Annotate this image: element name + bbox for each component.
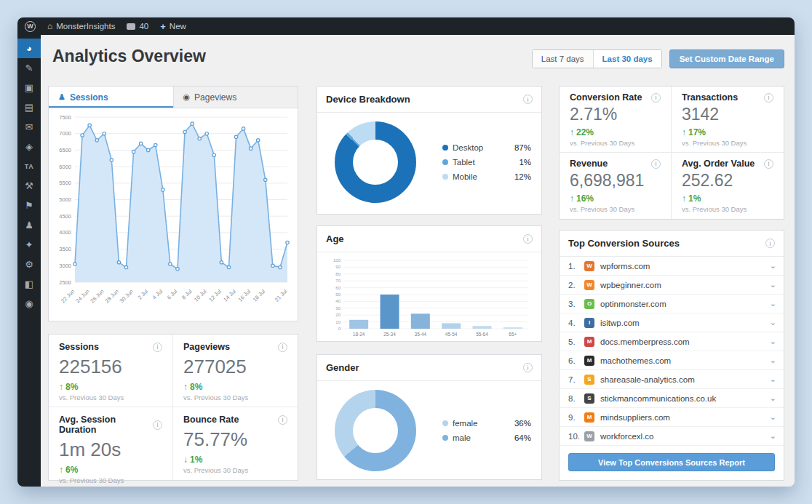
source-rank: 10. bbox=[568, 432, 584, 441]
source-row[interactable]: 9.Mmindsuppliers.com⌄ bbox=[560, 408, 784, 427]
source-rank: 5. bbox=[568, 337, 584, 346]
stat-title: Avg. Order Value bbox=[682, 159, 755, 169]
chevron-down-icon[interactable]: ⌄ bbox=[770, 299, 776, 308]
source-rank: 1. bbox=[568, 262, 584, 271]
info-icon[interactable]: i bbox=[523, 363, 533, 372]
sidebar-item-comments[interactable]: ✉ bbox=[17, 117, 41, 137]
info-icon[interactable]: i bbox=[153, 420, 162, 430]
sidebar-item-media[interactable]: ▣ bbox=[17, 78, 41, 97]
sidebar-item-monsterinsights[interactable]: ◕ bbox=[17, 39, 41, 58]
panel-title: Age bbox=[326, 233, 344, 244]
video-play-icon: ◉ bbox=[25, 298, 33, 309]
chevron-down-icon[interactable]: ⌄ bbox=[770, 412, 776, 422]
info-icon[interactable]: i bbox=[523, 234, 533, 244]
source-row[interactable]: 7.Sshareasale-analytics.com⌄ bbox=[560, 370, 784, 389]
sidebar-item-memberships[interactable]: ◧ bbox=[17, 274, 41, 294]
site-menu[interactable]: ⌂ MonsterInsights bbox=[47, 21, 115, 31]
chevron-down-icon[interactable]: ⌄ bbox=[770, 375, 776, 384]
panel-title: Top Conversion Sources bbox=[568, 238, 680, 249]
chevron-down-icon[interactable]: ⌄ bbox=[770, 393, 776, 403]
svg-text:14 Jul: 14 Jul bbox=[222, 288, 237, 303]
svg-text:4500: 4500 bbox=[59, 213, 71, 220]
svg-text:6000: 6000 bbox=[59, 164, 71, 170]
source-row[interactable]: 4.Iisitwp.com⌄ bbox=[560, 313, 784, 332]
last-30-days-button[interactable]: Last 30 days bbox=[593, 50, 661, 68]
tab-pageviews[interactable]: ◉ Pageviews bbox=[174, 87, 298, 108]
info-icon[interactable]: i bbox=[651, 159, 661, 169]
sidebar-item-video-play[interactable]: ◉ bbox=[17, 294, 41, 313]
info-icon[interactable]: i bbox=[523, 95, 533, 104]
info-icon[interactable]: i bbox=[764, 93, 773, 103]
site-favicon-icon: S bbox=[584, 393, 594, 404]
chevron-down-icon[interactable]: ⌄ bbox=[770, 318, 776, 327]
tools-hammer-icon: ⚒ bbox=[25, 180, 33, 191]
wordpress-logo-icon[interactable]: W bbox=[25, 21, 36, 32]
source-domain: isitwp.com bbox=[600, 319, 770, 327]
stat-compare: vs. Previous 30 Days bbox=[59, 393, 162, 401]
legend-value: 36% bbox=[514, 419, 531, 428]
svg-text:80: 80 bbox=[335, 272, 341, 276]
sidebar-item-downloads[interactable]: ◈ bbox=[17, 137, 41, 156]
stat-card-sessions: Sessionsi 225156 ↑8% vs. Previous 30 Day… bbox=[49, 335, 173, 407]
main-content: Analytics Overview Last 7 days Last 30 d… bbox=[41, 35, 795, 487]
chevron-down-icon[interactable]: ⌄ bbox=[770, 431, 776, 441]
sidebar-item-settings-gear[interactable]: ⚙ bbox=[17, 255, 41, 274]
source-row[interactable]: 5.Mdocs.memberpress.com⌄ bbox=[560, 332, 784, 351]
stat-title: Avg. Session Duration bbox=[59, 415, 153, 435]
stat-value: 225156 bbox=[59, 356, 162, 378]
comments-menu[interactable]: 40 bbox=[127, 22, 148, 31]
source-row[interactable]: 2.Wwpbeginner.com⌄ bbox=[560, 276, 784, 295]
svg-text:24 Jun: 24 Jun bbox=[74, 288, 90, 304]
stat-title: Pageviews bbox=[183, 342, 230, 352]
svg-text:7500: 7500 bbox=[59, 114, 71, 121]
svg-text:18 Jul: 18 Jul bbox=[252, 288, 267, 303]
svg-text:2500: 2500 bbox=[59, 279, 71, 286]
chevron-down-icon[interactable]: ⌄ bbox=[770, 261, 776, 271]
sidebar-item-marketing-flag[interactable]: ⚑ bbox=[17, 196, 41, 215]
legend-label: Mobile bbox=[453, 172, 477, 181]
sidebar-item-plugins[interactable]: ✦ bbox=[17, 235, 41, 255]
info-icon[interactable]: i bbox=[153, 343, 162, 352]
source-domain: workforcexl.co bbox=[600, 432, 770, 441]
stat-compare: vs. Previous 30 Days bbox=[682, 205, 773, 213]
sidebar-item-users[interactable]: ♟ bbox=[17, 215, 41, 235]
tab-sessions[interactable]: ♟ Sessions bbox=[49, 87, 174, 108]
legend-value: 1% bbox=[519, 158, 531, 167]
set-custom-date-range-button[interactable]: Set Custom Date Range bbox=[669, 49, 784, 68]
view-top-conversions-report-button[interactable]: View Top Conversions Sources Report bbox=[568, 453, 775, 471]
legend-label: Tablet bbox=[453, 158, 475, 167]
chevron-down-icon[interactable]: ⌄ bbox=[770, 337, 776, 346]
source-row[interactable]: 6.Mmachothemes.com⌄ bbox=[560, 351, 784, 370]
info-icon[interactable]: i bbox=[765, 239, 775, 248]
info-icon[interactable]: i bbox=[278, 415, 287, 425]
svg-text:2 Jul: 2 Jul bbox=[137, 288, 150, 301]
info-icon[interactable]: i bbox=[278, 343, 287, 352]
source-row[interactable]: 8.Sstickmancommunications.co.uk⌄ bbox=[560, 389, 784, 408]
sidebar-item-posts-pin[interactable]: ✎ bbox=[17, 58, 41, 78]
chevron-down-icon[interactable]: ⌄ bbox=[770, 280, 776, 289]
source-row[interactable]: 10.Wworkforcexl.co⌄ bbox=[560, 427, 784, 446]
chevron-down-icon[interactable]: ⌄ bbox=[770, 356, 776, 365]
source-row[interactable]: 1.Wwpforms.com⌄ bbox=[560, 257, 784, 276]
new-menu[interactable]: + New bbox=[160, 21, 186, 32]
sidebar-item-tools-hammer[interactable]: ⚒ bbox=[17, 176, 41, 196]
site-favicon-icon: M bbox=[584, 356, 594, 366]
svg-text:30: 30 bbox=[335, 306, 341, 311]
person-icon: ♟ bbox=[58, 92, 65, 102]
svg-text:12 Jul: 12 Jul bbox=[207, 288, 223, 303]
legend-item: female36% bbox=[442, 419, 531, 428]
trend-arrow-icon: ↑ bbox=[682, 193, 686, 204]
source-rank: 6. bbox=[568, 356, 584, 365]
site-favicon-icon: W bbox=[584, 431, 594, 441]
source-row[interactable]: 3.Ooptinmonster.com⌄ bbox=[560, 295, 784, 313]
sidebar-item-pages[interactable]: ▤ bbox=[17, 97, 41, 117]
last-7-days-button[interactable]: Last 7 days bbox=[533, 50, 593, 68]
stat-value: 2.71% bbox=[570, 105, 661, 124]
stat-trend: ↑8% bbox=[59, 382, 162, 392]
info-icon[interactable]: i bbox=[764, 159, 773, 169]
trend-arrow-icon: ↑ bbox=[59, 382, 63, 392]
info-icon[interactable]: i bbox=[651, 93, 661, 103]
sidebar-item-ta-menu[interactable]: TA bbox=[17, 156, 41, 176]
site-favicon-icon: M bbox=[584, 337, 594, 347]
svg-text:65+: 65+ bbox=[509, 332, 517, 337]
